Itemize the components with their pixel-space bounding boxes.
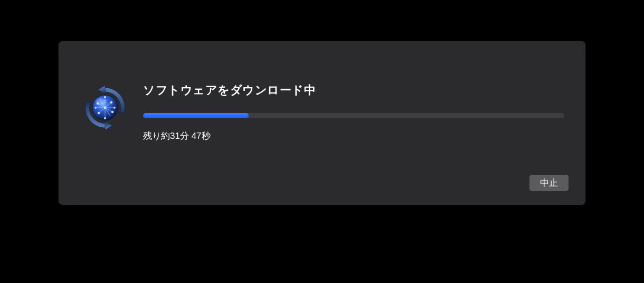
svg-point-13	[104, 117, 106, 119]
progress-bar	[143, 113, 564, 118]
content-row: ソフトウェアをダウンロード中 残り約31分 47秒	[80, 82, 564, 142]
svg-point-10	[98, 112, 100, 114]
svg-marker-0	[98, 86, 105, 94]
dialog-title: ソフトウェアをダウンロード中	[143, 82, 564, 98]
main-column: ソフトウェアをダウンロード中 残り約31分 47秒	[143, 82, 564, 142]
svg-point-16	[113, 107, 116, 109]
progress-fill	[143, 113, 249, 118]
svg-point-9	[111, 111, 113, 113]
time-remaining: 残り約31分 47秒	[143, 130, 564, 142]
cancel-button[interactable]: 中止	[529, 175, 569, 191]
svg-point-11	[110, 101, 112, 103]
svg-point-17	[96, 98, 106, 105]
svg-point-15	[94, 107, 97, 109]
software-update-icon	[80, 82, 130, 133]
download-dialog: ソフトウェアをダウンロード中 残り約31分 47秒 中止	[59, 41, 585, 205]
button-row: 中止	[529, 175, 569, 191]
svg-point-12	[104, 96, 106, 98]
svg-point-14	[104, 107, 107, 109]
svg-marker-1	[105, 121, 112, 130]
